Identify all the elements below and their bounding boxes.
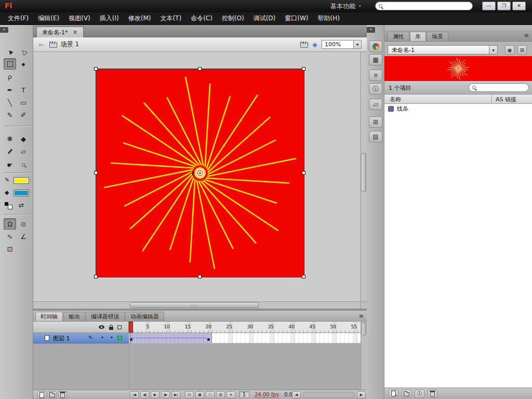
components-panel-button[interactable]: ▤ [369,131,382,142]
step-forward-button[interactable]: |▶ [161,391,170,398]
layer-row[interactable]: 图层 1 ✎ • • [33,333,129,343]
step-back-button[interactable]: ◀| [140,391,149,398]
menu-item-modify[interactable]: 修改(M) [124,12,156,24]
center-frame-button[interactable]: ⊡ [185,391,194,398]
show-hide-all-layers-icon[interactable] [99,325,104,329]
modify-markers-button[interactable]: ▾ [227,391,235,398]
frame-rate-value[interactable]: 24.00 fps [255,392,279,398]
document-tab[interactable]: 未命名-1* × [36,26,84,37]
zoom-level-value[interactable]: 100% [322,40,354,49]
eyedropper-tool[interactable] [4,145,16,157]
snap-align-option[interactable]: ⊡ [4,243,16,255]
timeline-scroll-right-button[interactable]: ▶ [357,391,366,398]
library-item-list[interactable]: 线条 [384,104,532,388]
snap-to-objects-option[interactable]: Ω [4,218,16,230]
tab-timeline[interactable]: 时间轴 [35,312,63,321]
item-properties-button[interactable]: ⓘ [415,390,424,398]
frames-area[interactable] [129,333,361,343]
paint-bucket-tool[interactable]: ◆ [17,133,30,144]
onion-skin-outlines-button[interactable]: ▢ [206,391,215,398]
column-divider[interactable] [491,95,492,103]
lock-all-layers-icon[interactable] [109,327,113,330]
brush-tool[interactable]: ✐ [17,109,30,121]
delete-item-button[interactable] [428,390,437,398]
library-search-input[interactable] [478,84,532,91]
menu-item-view[interactable]: 视图(V) [64,12,95,24]
tab-close-icon[interactable]: × [72,29,77,35]
stroke-color-swatch[interactable] [14,177,29,184]
show-layers-as-outlines-icon[interactable] [117,325,122,329]
pencil-tool[interactable]: ✎ [4,109,16,121]
collapse-dock-icon[interactable]: « [367,27,375,33]
library-item[interactable]: 线条 [384,104,532,113]
current-frame-indicator[interactable]: 1 [239,391,249,398]
edit-scene-button[interactable] [300,42,308,48]
smooth-option[interactable]: ∿ [4,231,16,242]
straighten-option[interactable]: ∠ [17,231,30,242]
timeline-scroll-left-button[interactable]: ◀ [292,391,301,398]
deco-tool[interactable]: ❋ [4,133,16,144]
tab-library[interactable]: 库 [410,32,426,41]
object-drawing-option[interactable]: ⊙ [17,218,30,230]
stage-horizontal-scrollbar[interactable]: |||| [33,301,360,309]
scrollbar-thumb[interactable]: |||| [130,302,259,308]
swatches-panel-button[interactable]: ▦ [369,54,382,65]
menu-item-text[interactable]: 文本(T) [155,12,186,24]
edit-symbols-button[interactable]: ◈ [312,41,317,48]
library-panel-menu-icon[interactable]: ≡ [524,33,529,38]
layer-outline-swatch[interactable] [117,336,122,340]
close-button[interactable]: ✕ [512,2,526,10]
menu-item-commands[interactable]: 命令(C) [186,12,217,24]
workspace-switcher[interactable]: 基本功能 ▾ [326,2,365,11]
timeline-panel-menu-icon[interactable]: ≡ [359,313,364,319]
scrollbar-thumb[interactable] [361,153,366,192]
play-button[interactable]: ▶ [151,391,159,398]
keyframe-dot[interactable] [207,338,210,341]
menu-item-insert[interactable]: 插入(I) [95,12,124,24]
stage-pasteboard[interactable] [33,52,367,301]
library-search-box[interactable] [469,83,529,92]
rectangle-tool[interactable]: ▭ [17,97,30,108]
playhead[interactable] [129,322,133,332]
edit-multiple-frames-button[interactable]: ▥ [216,391,225,398]
color-panel-button[interactable] [369,41,382,52]
menu-item-help[interactable]: 帮助(H) [313,12,344,24]
fill-color-swatch[interactable] [14,190,29,196]
align-panel-button[interactable]: ≡ [369,70,382,81]
rotation-3d-tool[interactable]: ● [17,58,30,70]
selection-handle[interactable] [302,67,305,71]
selection-handle[interactable] [198,67,202,71]
timeline-ruler[interactable]: 5 10 15 20 25 30 35 40 45 50 55 [129,322,361,333]
titlebar-search-box[interactable] [375,2,473,10]
onion-skin-button[interactable]: ▣ [195,391,204,398]
menu-item-debug[interactable]: 调试(D) [249,12,281,24]
menu-item-window[interactable]: 窗口(W) [280,12,313,24]
restore-button[interactable]: ❐ [497,2,511,10]
selection-handle[interactable] [94,67,98,71]
black-white-button[interactable] [5,202,13,209]
timeline-scrollbar-track[interactable] [303,392,354,398]
new-symbol-button[interactable] [389,390,398,398]
lasso-tool[interactable]: ρ [4,71,16,82]
menu-item-control[interactable]: 控制(O) [217,12,249,24]
tween-span[interactable] [129,333,212,343]
menu-item-edit[interactable]: 编辑(E) [33,12,64,24]
text-tool[interactable]: T [17,84,30,96]
delete-layer-button[interactable] [58,391,67,398]
minimize-button[interactable]: — [482,2,496,10]
free-transform-tool[interactable] [4,58,16,70]
new-folder-button[interactable] [402,390,411,398]
tab-motion-editor[interactable]: 动画编辑器 [125,312,164,321]
menu-item-file[interactable]: 文件(F) [3,12,33,24]
zoom-tool[interactable] [17,159,30,170]
selection-handle[interactable] [302,275,305,278]
line-tool[interactable]: ╲ [4,97,16,108]
tab-compiler-errors[interactable]: 编译器错误 [86,312,125,321]
new-library-panel-button[interactable]: ⊞ [517,45,527,55]
layer-visibility-dot[interactable]: • [101,335,104,340]
back-arrow-icon[interactable]: ← [38,41,45,49]
swap-colors-button[interactable]: ⇄ [19,202,24,209]
stage-vertical-scrollbar[interactable] [360,52,367,301]
selection-handle[interactable] [302,171,305,175]
code-snippets-panel-button[interactable]: ⊞ [369,116,382,128]
